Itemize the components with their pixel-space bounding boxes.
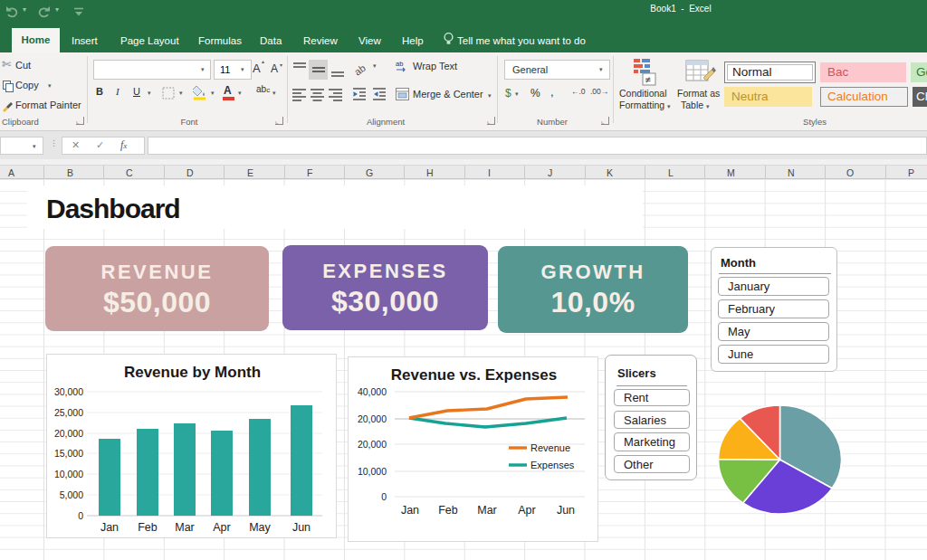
svg-text:Jan: Jan bbox=[401, 504, 419, 517]
svg-text:Feb: Feb bbox=[438, 504, 458, 517]
svg-text:5,000: 5,000 bbox=[60, 489, 83, 500]
svg-text:Expenses: Expenses bbox=[530, 460, 575, 470]
svg-text:Revenue: Revenue bbox=[530, 442, 570, 453]
svg-text:10,000: 10,000 bbox=[358, 466, 387, 477]
svg-text:0: 0 bbox=[78, 510, 83, 521]
svg-text:ab: ab bbox=[353, 62, 368, 78]
svg-text:Apr: Apr bbox=[518, 504, 535, 517]
svg-text:10,000: 10,000 bbox=[54, 469, 83, 479]
svg-text:20,000: 20,000 bbox=[358, 439, 387, 450]
svg-text:Jan: Jan bbox=[100, 521, 119, 534]
svg-text:40,000: 40,000 bbox=[358, 386, 387, 397]
svg-text:25,000: 25,000 bbox=[54, 407, 83, 418]
svg-text:Jun: Jun bbox=[557, 504, 575, 517]
svg-text:Mar: Mar bbox=[477, 504, 497, 517]
svg-text:20,000: 20,000 bbox=[54, 428, 83, 439]
svg-text:20,000: 20,000 bbox=[358, 413, 387, 424]
svg-text:≠: ≠ bbox=[645, 74, 651, 85]
svg-text:30,000: 30,000 bbox=[54, 386, 83, 397]
svg-text:15,000: 15,000 bbox=[54, 448, 83, 459]
svg-text:0: 0 bbox=[381, 491, 387, 502]
svg-text:Apr: Apr bbox=[213, 521, 230, 534]
svg-text:May: May bbox=[249, 521, 271, 534]
svg-text:Feb: Feb bbox=[138, 521, 158, 534]
svg-text:Mar: Mar bbox=[175, 521, 195, 534]
svg-text:Jun: Jun bbox=[292, 521, 311, 534]
svg-text:ab: ab bbox=[396, 60, 403, 68]
